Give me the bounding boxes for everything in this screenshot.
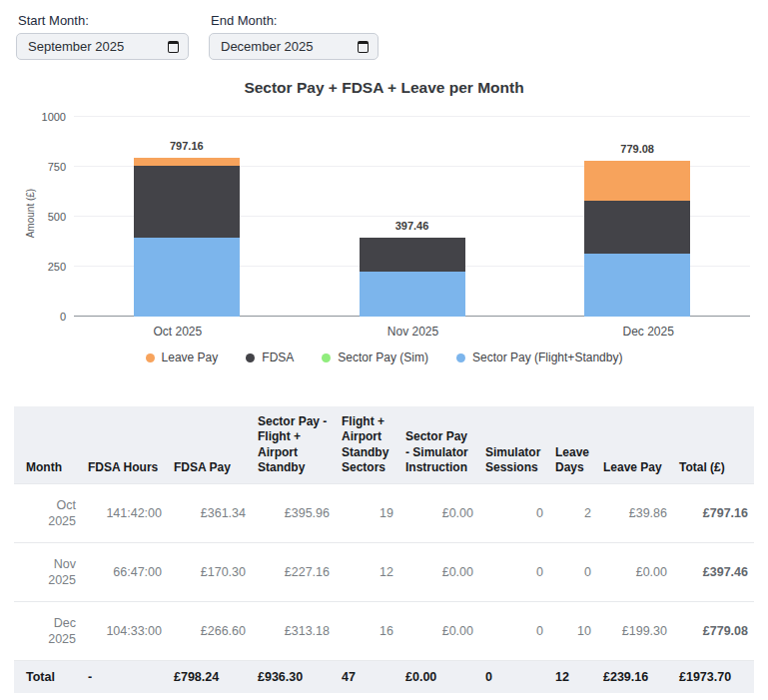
legend-swatch [146,353,155,362]
legend-item[interactable]: Sector Pay (Flight+Standby) [456,350,622,364]
table-cell: Oct 2025 [14,484,82,543]
total-row-cell: Total [14,661,82,694]
table-cell: 66:47:00 [82,543,168,602]
start-month-field: Start Month: September 2025 [16,13,189,60]
x-axis-label: Dec 2025 [530,325,766,339]
x-axis-labels: Oct 2025Nov 2025Dec 2025 [60,325,766,339]
table-cell: 2 [549,484,597,543]
table-cell: 0 [549,543,597,602]
legend-swatch [456,353,465,362]
total-row-cell: £239.16 [597,661,673,694]
table-cell: 0 [479,602,549,661]
total-row-cell: 0 [479,661,549,694]
table-cell: £170.30 [168,543,252,602]
table-cell: 10 [549,602,597,661]
stacked-bar[interactable] [134,158,240,317]
table-header-cell: Total (£) [673,406,754,484]
table-header-cell: Leave Days [549,406,597,484]
table-header-row: MonthFDSA HoursFDSA PaySector Pay - Flig… [14,406,754,484]
x-axis-label: Nov 2025 [296,325,531,339]
table-row: Oct 2025141:42:00£361.34£395.9619£0.0002… [14,484,754,543]
bar-slot: 797.16 [74,117,300,317]
table-cell: 19 [336,484,399,543]
y-tick-label: 750 [48,161,66,173]
bar-segment[interactable] [134,238,240,317]
legend-item[interactable]: FDSA [246,350,294,364]
table-cell: 16 [336,602,399,661]
x-axis-label: Oct 2025 [60,325,296,339]
calendar-icon [358,41,369,53]
y-tick-label: 0 [60,311,66,323]
bar-segment[interactable] [584,161,690,201]
results-table: MonthFDSA HoursFDSA PaySector Pay - Flig… [14,406,754,693]
chart-plot-area: 797.16397.46779.08 [74,117,750,317]
bar-segment[interactable] [134,166,240,238]
chart-title: Sector Pay + FDSA + Leave per Month [0,79,768,97]
table-cell: £199.30 [597,602,673,661]
start-month-input[interactable]: September 2025 [16,33,189,60]
total-row-cell: 12 [549,661,597,694]
table-row: Dec 2025104:33:00£266.60£313.1816£0.0001… [14,602,754,661]
total-row-cell: £798.24 [168,661,252,694]
table-header-cell: Leave Pay [597,406,673,484]
bar-segment[interactable] [584,201,690,254]
table-header-cell: Simulator Sessions [479,406,549,484]
legend-item[interactable]: Leave Pay [146,350,219,364]
table-cell: £779.08 [673,602,754,661]
bar-segment[interactable] [360,238,465,272]
total-row-cell: £0.00 [399,661,479,694]
y-axis-label: Amount (£) [25,189,36,238]
legend-item[interactable]: Sector Pay (Sim) [322,350,428,364]
table-cell: £0.00 [399,543,479,602]
bar-segment[interactable] [134,158,240,166]
table-cell: £361.34 [168,484,252,543]
bar-value-label: 779.08 [524,143,750,155]
table-cell: 141:42:00 [82,484,168,543]
legend-swatch [246,353,255,362]
stacked-bar[interactable] [584,161,690,317]
total-row-cell: £936.30 [252,661,336,694]
bar-segment[interactable] [360,272,465,317]
stacked-bar-chart: Amount (£) 797.16397.46779.08 0250500750… [14,113,752,317]
stacked-bar[interactable] [360,238,465,317]
bar-slot: 397.46 [300,117,525,317]
total-row-cell: 47 [336,661,399,694]
table-total-row: Total-£798.24£936.3047£0.00012£239.16£19… [14,661,754,694]
date-range-controls: Start Month: September 2025 End Month: D… [0,0,768,60]
start-month-label: Start Month: [18,13,189,28]
total-row-cell: - [82,661,168,694]
bar-value-label: 797.16 [74,140,300,152]
start-month-value: September 2025 [28,39,124,54]
legend-label: Sector Pay (Flight+Standby) [472,350,622,364]
bars-container: 797.16397.46779.08 [74,117,750,317]
end-month-label: End Month: [211,13,379,28]
legend-swatch [322,353,331,362]
table-cell: £313.18 [252,602,336,661]
table-cell: Nov 2025 [14,543,82,602]
table-header-cell: FDSA Hours [82,406,168,484]
table-cell: 0 [479,484,549,543]
calendar-icon [168,41,179,53]
table-header-cell: FDSA Pay [168,406,252,484]
table-cell: £227.16 [252,543,336,602]
table-row: Nov 202566:47:00£170.30£227.1612£0.0000£… [14,543,754,602]
end-month-field: End Month: December 2025 [209,13,379,60]
end-month-input[interactable]: December 2025 [209,33,379,60]
table-cell: 12 [336,543,399,602]
table-cell: £0.00 [399,602,479,661]
y-tick-label: 500 [48,211,66,223]
table-header-cell: Sector Pay - Simulator Instruction [399,406,479,484]
legend-label: FDSA [262,350,294,364]
bar-segment[interactable] [584,254,690,317]
table-header-cell: Sector Pay - Flight + Airport Standby [252,406,336,484]
chart-legend: Leave PayFDSASector Pay (Sim)Sector Pay … [0,350,768,364]
legend-label: Leave Pay [162,350,219,364]
table-cell: £266.60 [168,602,252,661]
end-month-value: December 2025 [221,39,314,54]
table-cell: £0.00 [597,543,673,602]
table-cell: 0 [479,543,549,602]
y-tick-label: 250 [48,261,66,273]
table-cell: £0.00 [399,484,479,543]
table-cell: £397.46 [673,543,754,602]
table-header-cell: Month [14,406,82,484]
